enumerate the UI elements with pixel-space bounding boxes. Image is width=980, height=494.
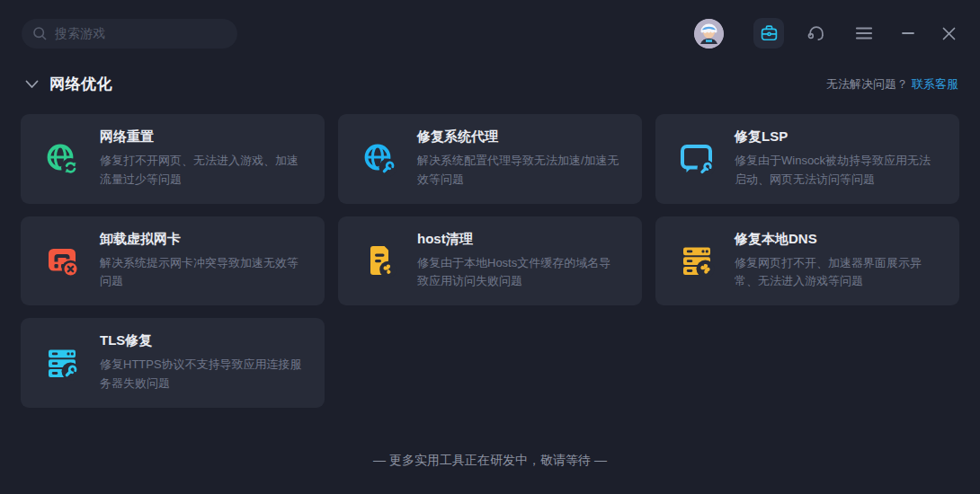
chevron-down-icon[interactable] [25,80,39,89]
tool-desc: 修复HTTPS协议不支持导致应用连接服务器失败问题 [100,356,303,393]
game-search-box[interactable] [22,19,237,49]
tool-title: 修复系统代理 [417,128,620,146]
tool-card-network-reset[interactable]: 网络重置 修复打不开网页、无法进入游戏、加速流量过少等问题 [21,114,325,204]
section-header: 网络优化 无法解决问题？ 联系客服 [0,74,980,94]
headset-icon [806,23,826,43]
tool-card-fix-lsp[interactable]: 修复LSP 修复由于Winsock被劫持导致应用无法启动、网页无法访问等问题 [655,114,959,204]
search-input[interactable] [55,26,227,40]
server-wrench-icon [42,343,82,383]
customer-support-button[interactable] [801,18,832,49]
tool-card-tls-repair[interactable]: TLS修复 修复HTTPS协议不支持导致应用连接服务器失败问题 [21,318,325,408]
tool-desc: 修复网页打不开、加速器界面展示异常、无法进入游戏等问题 [735,254,938,292]
tool-title: 网络重置 [100,128,303,146]
footer-notice: — 更多实用工具正在研发中，敬请等待 — [0,453,980,469]
close-icon [941,26,957,41]
tool-desc: 解决系统提示网卡冲突导致加速无效等问题 [100,254,303,292]
main-menu-button[interactable] [849,18,879,49]
toolbox-icon [760,24,779,43]
tool-desc: 解决系统配置代理导致无法加速/加速无效等问题 [417,152,620,190]
hamburger-menu-icon [855,26,873,40]
tool-title: TLS修复 [100,332,303,349]
globe-wrench-icon [360,139,399,179]
network-card-remove-icon [42,241,82,280]
toolbox-button[interactable] [753,18,784,49]
contact-support-link[interactable]: 联系客服 [912,76,958,93]
globe-refresh-icon [42,139,82,179]
minimize-icon [901,26,915,40]
tool-desc: 修复打不开网页、无法进入游戏、加速流量过少等问题 [100,152,303,190]
minimize-button[interactable] [896,22,920,45]
tools-grid: 网络重置 修复打不开网页、无法进入游戏、加速流量过少等问题 修复系统代理 解决系… [0,114,980,408]
tool-desc: 修复由于Winsock被劫持导致应用无法启动、网页无法访问等问题 [735,152,938,190]
help-question-text: 无法解决问题？ [826,76,908,93]
tool-card-host-clean[interactable]: host清理 修复由于本地Hosts文件缓存的域名导致应用访问失败问题 [338,216,642,306]
close-button[interactable] [937,22,960,45]
server-clean-icon [677,241,717,280]
tool-title: 修复本地DNS [735,231,938,248]
page-title: 网络优化 [49,74,112,94]
tool-title: host清理 [417,231,620,248]
monitor-wrench-icon [677,139,717,179]
tool-card-uninstall-virtual-nic[interactable]: 卸载虚拟网卡 解决系统提示网卡冲突导致加速无效等问题 [21,216,325,306]
tool-title: 修复LSP [735,128,938,146]
user-avatar[interactable] [694,19,724,49]
tool-title: 卸载虚拟网卡 [100,231,303,248]
file-clean-icon [360,241,399,280]
search-icon [32,26,48,41]
tool-desc: 修复由于本地Hosts文件缓存的域名导致应用访问失败问题 [417,254,620,292]
titlebar [0,0,980,49]
tool-card-fix-system-proxy[interactable]: 修复系统代理 解决系统配置代理导致无法加速/加速无效等问题 [338,114,642,204]
tool-card-fix-local-dns[interactable]: 修复本地DNS 修复网页打不开、加速器界面展示异常、无法进入游戏等问题 [655,216,959,306]
